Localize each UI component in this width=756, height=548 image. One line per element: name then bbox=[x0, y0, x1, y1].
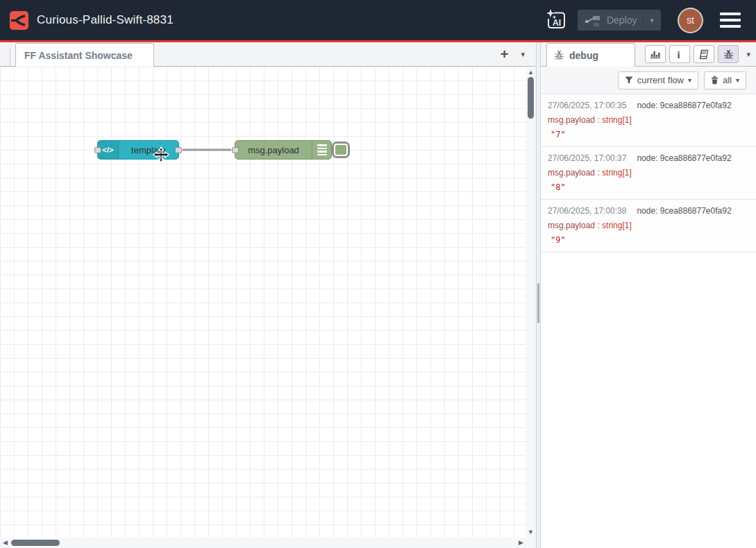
tabbar-controls: + ▾ bbox=[501, 47, 536, 61]
message-path: msg.payload bbox=[548, 221, 595, 230]
debug-panel-button[interactable] bbox=[718, 45, 739, 63]
template-input-port[interactable] bbox=[94, 147, 101, 153]
book-icon bbox=[698, 49, 709, 60]
console-lines-icon bbox=[312, 141, 331, 159]
app-header: Curious-Pallid-Swift-8831 AI Deploy ▾ st bbox=[0, 0, 756, 40]
deploy-options-caret[interactable]: ▾ bbox=[643, 16, 654, 25]
debug-input-port[interactable] bbox=[232, 147, 239, 153]
sidebar: debug i bbox=[541, 42, 756, 548]
dashboard-chart-button[interactable] bbox=[645, 45, 666, 63]
flowfuse-logo-icon[interactable] bbox=[10, 11, 28, 30]
scroll-left-arrow[interactable]: ◀ bbox=[3, 538, 8, 547]
debug-message[interactable]: 27/06/2025, 17:00:38 node: 9cea886877e0f… bbox=[541, 200, 756, 252]
help-button[interactable] bbox=[694, 45, 714, 63]
message-meta: 27/06/2025, 17:00:35 node: 9cea886877e0f… bbox=[548, 101, 749, 110]
main-menu-button[interactable] bbox=[720, 12, 741, 28]
message-type: string[1] bbox=[602, 168, 632, 178]
sidebar-tabs-caret[interactable]: ▾ bbox=[746, 50, 750, 59]
message-timestamp: 27/06/2025, 17:00:35 bbox=[548, 101, 626, 110]
template-output-port[interactable] bbox=[175, 147, 182, 153]
scroll-right-arrow[interactable]: ▶ bbox=[519, 538, 523, 547]
message-property: msg.payload : string[1] bbox=[548, 115, 749, 125]
message-value: "9" bbox=[548, 235, 749, 245]
node-debug[interactable]: msg.payload bbox=[235, 140, 332, 160]
debug-messages-list: 27/06/2025, 17:00:35 node: 9cea886877e0f… bbox=[541, 94, 756, 548]
canvas-wrap: </> template msg.payload bbox=[0, 67, 536, 538]
message-timestamp: 27/06/2025, 17:00:37 bbox=[548, 153, 626, 163]
wire-template-to-debug[interactable] bbox=[0, 67, 526, 538]
info-button[interactable]: i bbox=[669, 45, 690, 63]
message-meta: 27/06/2025, 17:00:37 node: 9cea886877e0f… bbox=[548, 153, 749, 163]
tab-label: debug bbox=[569, 50, 598, 61]
message-property: msg.payload : string[1] bbox=[548, 221, 749, 230]
bug-icon bbox=[554, 50, 564, 60]
menu-bar bbox=[720, 25, 741, 28]
flow-canvas[interactable]: </> template msg.payload bbox=[0, 67, 526, 538]
scroll-up-arrow[interactable]: ▲ bbox=[526, 69, 536, 76]
message-timestamp: 27/06/2025, 17:00:38 bbox=[548, 206, 626, 216]
filter-funnel-icon bbox=[625, 76, 633, 84]
debug-clear-button[interactable]: all ▾ bbox=[704, 71, 746, 89]
clear-label: all bbox=[723, 75, 732, 85]
debug-message[interactable]: 27/06/2025, 17:00:35 node: 9cea886877e0f… bbox=[541, 94, 756, 147]
node-label: template bbox=[119, 141, 178, 159]
add-flow-button[interactable]: + bbox=[501, 47, 509, 61]
node-label: msg.payload bbox=[235, 141, 312, 159]
message-value: "7" bbox=[548, 130, 749, 139]
tab-debug[interactable]: debug bbox=[546, 43, 635, 67]
vertical-scroll-thumb[interactable] bbox=[528, 77, 534, 119]
main-content: FF Assistant Showcase + ▾ </> template bbox=[0, 42, 756, 548]
page-title: Curious-Pallid-Swift-8831 bbox=[37, 13, 174, 27]
scroll-down-arrow[interactable]: ▼ bbox=[526, 529, 536, 536]
message-path: msg.payload bbox=[548, 115, 595, 125]
avatar-initials: st bbox=[687, 15, 694, 26]
message-node-id: node: 9cea886877e0fa92 bbox=[637, 153, 731, 163]
deploy-button[interactable]: Deploy ▾ bbox=[578, 10, 661, 31]
debug-toggle-state bbox=[335, 145, 346, 155]
debug-message[interactable]: 27/06/2025, 17:00:37 node: 9cea886877e0f… bbox=[541, 147, 756, 200]
menu-bar bbox=[720, 12, 741, 15]
sidebar-tabbar: debug i bbox=[541, 42, 756, 67]
svg-text:AI: AI bbox=[553, 18, 561, 28]
canvas-horizontal-scrollbar[interactable]: ◀ ▶ bbox=[0, 538, 536, 548]
tab-ff-assistant-showcase[interactable]: FF Assistant Showcase bbox=[15, 43, 154, 67]
move-cursor-icon bbox=[153, 146, 169, 163]
horizontal-scroll-thumb[interactable] bbox=[11, 540, 60, 546]
message-node-id: node: 9cea886877e0fa92 bbox=[637, 206, 731, 216]
debug-toolbar: current flow ▾ all ▾ bbox=[541, 67, 756, 94]
debug-enable-toggle[interactable] bbox=[332, 142, 350, 158]
tab-scroll-edge bbox=[10, 48, 10, 66]
bug-icon bbox=[723, 49, 734, 60]
message-type: string[1] bbox=[602, 115, 632, 125]
message-node-id: node: 9cea886877e0fa92 bbox=[637, 101, 731, 110]
message-meta: 27/06/2025, 17:00:38 node: 9cea886877e0f… bbox=[548, 206, 749, 216]
filter-label: current flow bbox=[637, 75, 684, 85]
sidebar-splitter[interactable] bbox=[536, 42, 541, 548]
svg-text:i: i bbox=[678, 49, 680, 60]
ai-sparkle-icon: AI bbox=[544, 8, 569, 33]
ai-assistant-button[interactable]: AI bbox=[543, 7, 569, 33]
message-path: msg.payload bbox=[548, 168, 595, 178]
deploy-label: Deploy bbox=[607, 15, 637, 26]
workspace-tabbar: FF Assistant Showcase + ▾ bbox=[0, 42, 536, 67]
info-icon: i bbox=[677, 49, 682, 60]
flow-list-caret[interactable]: ▾ bbox=[521, 50, 525, 59]
sidebar-panel-buttons: i bbox=[645, 45, 756, 63]
debug-filter-button[interactable]: current flow ▾ bbox=[618, 71, 698, 89]
bar-chart-icon bbox=[650, 49, 661, 59]
workspace: FF Assistant Showcase + ▾ </> template bbox=[0, 42, 536, 548]
clear-caret: ▾ bbox=[736, 76, 739, 84]
menu-bar bbox=[720, 19, 741, 22]
message-property: msg.payload : string[1] bbox=[548, 168, 749, 178]
splitter-grip[interactable] bbox=[537, 283, 539, 323]
deploy-pipeline-icon bbox=[585, 14, 600, 27]
message-value: "8" bbox=[548, 182, 749, 192]
trash-icon bbox=[711, 76, 719, 85]
message-type: string[1] bbox=[602, 221, 632, 230]
user-avatar[interactable]: st bbox=[679, 9, 702, 32]
canvas-vertical-scrollbar[interactable]: ▲ ▼ bbox=[526, 67, 536, 538]
filter-caret: ▾ bbox=[688, 76, 691, 84]
tab-label: FF Assistant Showcase bbox=[24, 50, 133, 61]
